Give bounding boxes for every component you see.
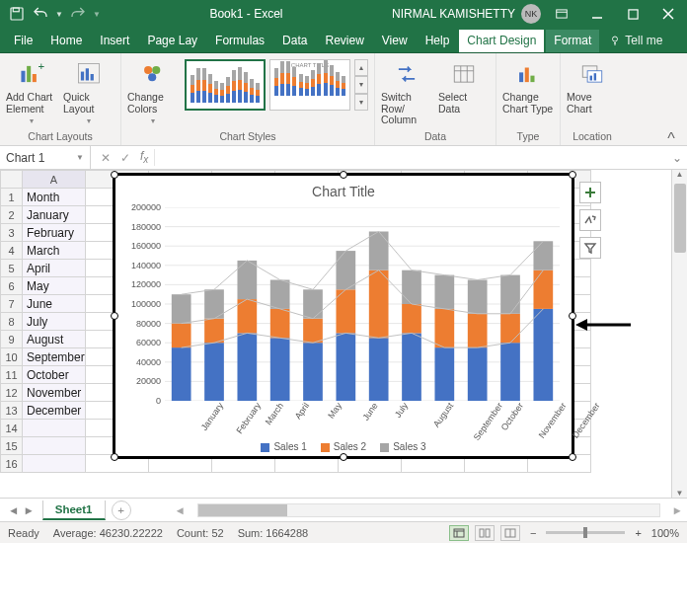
row-header[interactable]: 8 (1, 313, 23, 331)
sheet-tab[interactable]: Sheet1 (42, 500, 106, 520)
new-sheet-button[interactable]: + (112, 500, 131, 520)
legend-entry[interactable]: Sales 3 (380, 441, 425, 452)
cell[interactable]: June (23, 295, 86, 313)
resize-handle[interactable] (340, 453, 347, 461)
cell[interactable]: March (23, 242, 86, 260)
resize-handle[interactable] (111, 171, 118, 179)
row-header[interactable]: 3 (1, 224, 23, 242)
tab-file[interactable]: File (6, 30, 40, 52)
cell[interactable]: April (23, 260, 86, 277)
redo-icon[interactable] (69, 5, 87, 23)
cell[interactable] (23, 455, 86, 473)
row-header[interactable]: 14 (1, 420, 23, 437)
row-header[interactable]: 2 (1, 206, 23, 224)
row-header[interactable]: 4 (1, 242, 23, 260)
cell[interactable]: November (23, 384, 86, 402)
zoom-value[interactable]: 100% (651, 527, 679, 539)
row-header[interactable]: 9 (1, 331, 23, 348)
maximize-icon[interactable] (618, 0, 648, 28)
row-header[interactable]: 13 (1, 402, 23, 420)
zoom-in-icon[interactable]: + (631, 527, 645, 539)
tab-page-lay[interactable]: Page Lay (139, 30, 205, 52)
undo-more-icon[interactable]: ▼ (55, 10, 63, 19)
tab-review[interactable]: Review (317, 30, 371, 52)
tell-me[interactable]: Tell me (601, 30, 670, 52)
select-all[interactable] (1, 171, 23, 189)
tab-chart-design[interactable]: Chart Design (459, 30, 544, 52)
row-header[interactable]: 6 (1, 277, 23, 295)
view-page-layout-icon[interactable] (475, 525, 495, 541)
tab-insert[interactable]: Insert (92, 30, 137, 52)
zoom-slider[interactable] (546, 531, 625, 534)
row-header[interactable]: 11 (1, 366, 23, 384)
undo-icon[interactable] (32, 5, 49, 23)
change-colors-button[interactable]: Change Colors▾ (127, 57, 179, 126)
move-chart-button[interactable]: Move Chart (567, 57, 618, 115)
view-normal-icon[interactable] (449, 525, 469, 541)
save-icon[interactable] (8, 5, 26, 23)
avatar[interactable]: NK (521, 4, 541, 24)
embedded-chart[interactable]: Chart Title 0200004000060000800001000001… (113, 173, 574, 459)
hscroll-left-icon[interactable]: ◄ (171, 504, 190, 516)
row-header[interactable]: 7 (1, 295, 23, 313)
add-chart-element-button[interactable]: + Add Chart Element▾ (6, 57, 57, 126)
zoom-out-icon[interactable]: − (526, 527, 540, 539)
y-axis[interactable]: 0200004000060000800001000001200001400001… (119, 207, 161, 401)
tab-view[interactable]: View (374, 30, 416, 52)
ribbon-display-icon[interactable] (547, 0, 576, 28)
switch-row-column-button[interactable]: Switch Row/ Column (381, 57, 432, 126)
minimize-icon[interactable] (582, 0, 612, 28)
x-axis[interactable]: JanuaryFebruaryMarchAprilMayJuneJulyAugu… (165, 401, 560, 434)
change-chart-type-button[interactable]: Change Chart Type (502, 57, 554, 115)
legend-entry[interactable]: Sales 1 (261, 441, 306, 452)
resize-handle[interactable] (340, 171, 347, 179)
resize-handle[interactable] (111, 312, 118, 320)
chart-style-2[interactable]: CHART TITLE (269, 59, 350, 111)
vertical-scrollbar[interactable]: ▲▼ (671, 170, 687, 498)
cell[interactable]: October (23, 366, 86, 384)
qat-customize-icon[interactable]: ▼ (93, 10, 101, 19)
cell[interactable]: September (23, 348, 86, 366)
chart-styles-button[interactable] (579, 209, 601, 231)
name-box[interactable]: Chart 1▼ (0, 146, 91, 169)
tab-home[interactable]: Home (42, 30, 90, 52)
collapse-ribbon-icon[interactable]: ^ (659, 132, 683, 146)
cell[interactable]: May (23, 277, 86, 295)
tab-format[interactable]: Format (546, 30, 599, 52)
formula-input[interactable] (155, 146, 667, 169)
cell[interactable]: Month (23, 189, 86, 206)
close-icon[interactable] (653, 0, 683, 28)
row-header[interactable]: 16 (1, 455, 23, 473)
resize-handle[interactable] (569, 453, 576, 461)
cell[interactable]: February (23, 224, 86, 242)
row-header[interactable]: 10 (1, 348, 23, 366)
view-page-break-icon[interactable] (500, 525, 520, 541)
tab-formulas[interactable]: Formulas (207, 30, 272, 52)
cell[interactable] (23, 437, 86, 455)
chart-styles-more[interactable]: ▴▾▾ (354, 59, 368, 111)
sheet-nav-prev-icon[interactable]: ◄ (8, 504, 19, 516)
row-header[interactable]: 5 (1, 260, 23, 277)
sheet-nav-next-icon[interactable]: ► (23, 504, 34, 516)
cell[interactable]: August (23, 331, 86, 348)
expand-formula-bar-icon[interactable]: ⌄ (667, 151, 687, 165)
chart-elements-button[interactable] (579, 182, 601, 203)
tab-data[interactable]: Data (274, 30, 315, 52)
cell[interactable]: January (23, 206, 86, 224)
fx-icon[interactable]: fx (140, 149, 155, 165)
select-data-button[interactable]: Select Data (438, 57, 490, 115)
chart-legend[interactable]: Sales 1Sales 2Sales 3 (115, 441, 572, 452)
account-name[interactable]: NIRMAL KAMISHETTY (392, 7, 515, 21)
hscroll-right-icon[interactable]: ► (668, 504, 687, 516)
chart-title[interactable]: Chart Title (115, 176, 572, 203)
cell[interactable]: July (23, 313, 86, 331)
row-header[interactable]: 12 (1, 384, 23, 402)
legend-entry[interactable]: Sales 2 (321, 441, 366, 452)
row-header[interactable]: 15 (1, 437, 23, 455)
horizontal-scrollbar[interactable] (197, 503, 660, 517)
column-header[interactable]: A (23, 171, 86, 189)
row-header[interactable]: 1 (1, 189, 23, 206)
plot-area[interactable] (165, 207, 560, 401)
chart-style-1[interactable] (185, 59, 266, 111)
cell[interactable]: December (23, 402, 86, 420)
